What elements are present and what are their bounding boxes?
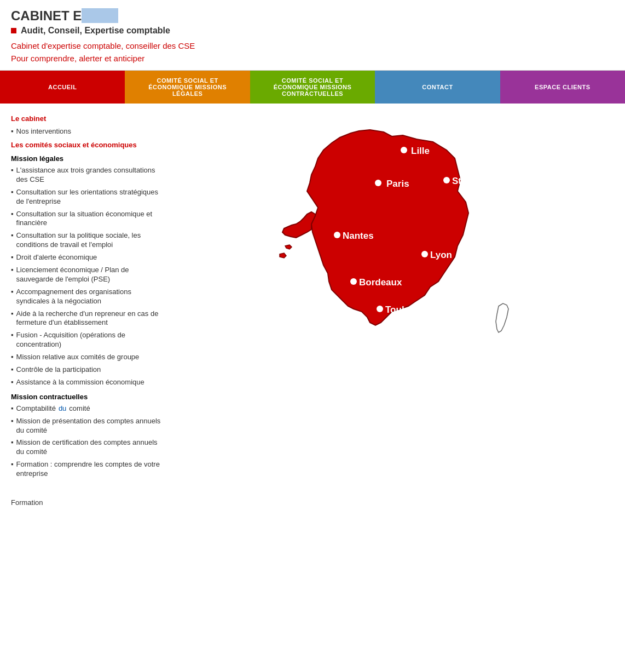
cabinet-title: Le cabinet	[11, 114, 164, 123]
main-nav: ACCUEIL COMITÉ SOCIAL ET ÉCONOMIQUE MISS…	[0, 71, 625, 104]
city-label-paris: Paris	[386, 179, 409, 189]
city-dot-lille	[401, 147, 407, 153]
list-item: Mission de certification des comptes ann…	[11, 438, 164, 457]
list-item: Aide à la recherche d'un repreneur en ca…	[11, 309, 164, 328]
city-dot-strasbourg	[443, 177, 450, 183]
header-subtitle-text: Audit, Conseil, Expertise comptable	[21, 26, 170, 36]
tagline-line2: Pour comprendre, alerter et anticiper	[11, 53, 614, 65]
cse-title: Les comités sociaux et économiques	[11, 141, 164, 149]
list-item: Formation : comprendre les comptes de vo…	[11, 460, 164, 479]
nav-cse-legales[interactable]: COMITÉ SOCIAL ET ÉCONOMIQUE MISSIONS LÉG…	[125, 71, 250, 104]
list-item: Assistance à la commission économique	[11, 378, 164, 387]
nav-espace-clients[interactable]: ESPACE CLIENTS	[500, 71, 625, 104]
nos-interventions-link[interactable]: Nos interventions	[11, 127, 164, 135]
list-item: Licenciement économique / Plan de sauveg…	[11, 266, 164, 284]
list-item: Comptabilité du comité	[11, 404, 164, 413]
mission-legales-list: L'assistance aux trois grandes consultat…	[11, 166, 164, 387]
red-square-icon	[11, 28, 16, 33]
list-item: Mission relative aux comités de groupe	[11, 353, 164, 362]
sidebar: Le cabinet Nos interventions Les comités…	[11, 114, 164, 482]
header: CABINET E Audit, Conseil, Expertise comp…	[0, 0, 625, 71]
city-label-lyon: Lyon	[430, 250, 452, 260]
header-tagline: Cabinet d'expertise comptable, conseille…	[11, 40, 614, 65]
formation-link[interactable]: Formation	[11, 498, 43, 507]
list-item: Accompagnement des organisations syndica…	[11, 288, 164, 306]
map-area: Lille Paris Strasbourg Nantes Lyon Borde…	[175, 114, 614, 482]
city-label-lille: Lille	[411, 146, 430, 156]
footer-formation: Formation	[0, 493, 625, 518]
city-label-strasbourg: Strasbourg	[452, 176, 502, 186]
city-dot-toulouse	[377, 306, 383, 312]
mission-contractuelles-title: Mission contractuelles	[11, 393, 164, 401]
list-item: Fusion - Acquisition (opérations de conc…	[11, 331, 164, 349]
logo-text: CABINET E	[11, 8, 118, 24]
list-item: Consultation sur la politique sociale, l…	[11, 231, 164, 250]
city-label-nantes: Nantes	[343, 231, 374, 241]
city-dot-nantes	[334, 232, 340, 238]
nav-cse-contractuelles[interactable]: COMITÉ SOCIAL ET ÉCONOMIQUE MISSIONS CON…	[250, 71, 375, 104]
mission-contractuelles-list: Comptabilité du comité Mission de présen…	[11, 404, 164, 479]
city-dot-lyon	[421, 251, 428, 257]
city-dot-bordeaux	[350, 278, 357, 285]
mission-legales-title: Mission légales	[11, 154, 164, 163]
nav-contact[interactable]: CONTACT	[375, 71, 500, 104]
city-label-toulouse: Toulouse	[385, 305, 426, 315]
nav-accueil[interactable]: ACCUEIL	[0, 71, 125, 104]
list-item: L'assistance aux trois grandes consultat…	[11, 166, 164, 185]
header-subtitle-area: Audit, Conseil, Expertise comptable	[11, 26, 614, 36]
france-map-container: Lille Paris Strasbourg Nantes Lyon Borde…	[252, 120, 537, 394]
main-content: Le cabinet Nos interventions Les comités…	[0, 104, 625, 493]
city-label-bordeaux: Bordeaux	[359, 277, 402, 288]
list-item: Consultation sur la situation économique…	[11, 210, 164, 228]
list-item: Droit d'alerte économique	[11, 253, 164, 262]
list-item: Mission de présentation des comptes annu…	[11, 417, 164, 435]
france-map-svg: Lille Paris Strasbourg Nantes Lyon Borde…	[252, 120, 537, 394]
logo-area: CABINET E	[11, 8, 614, 24]
tagline-line1: Cabinet d'expertise comptable, conseille…	[11, 40, 614, 53]
list-item: Consultation sur les orientations straté…	[11, 188, 164, 206]
list-item: Contrôle de la participation	[11, 365, 164, 375]
city-dot-paris	[375, 180, 381, 186]
